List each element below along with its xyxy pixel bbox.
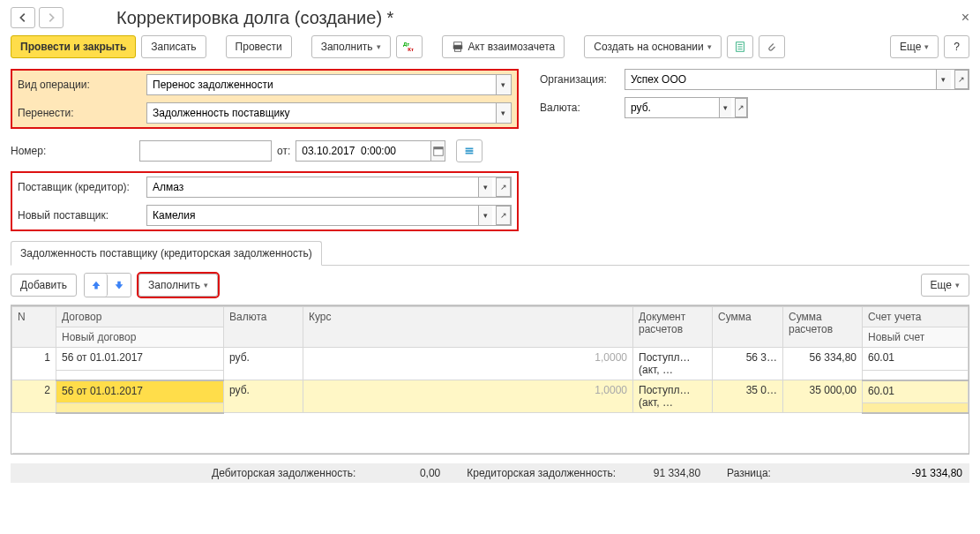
table-row[interactable]: 1 56 от 01.01.2017 руб. 1,0000 Поступл… … [12,348,969,371]
new-supplier-dropdown[interactable]: ▾ [478,206,492,225]
more-button[interactable]: Еще ▾ [890,35,939,58]
transfer-label: Перенести: [18,107,141,119]
credit-value: 91 334,80 [621,467,700,479]
move-up-button[interactable] [85,274,108,297]
diff-label: Разница: [727,467,771,479]
svg-rect-2 [453,42,461,46]
arrow-down-icon [113,279,125,291]
currency-open[interactable]: ↗ [735,98,747,117]
credit-label: Кредиторская задолженность: [467,467,616,479]
post-button[interactable]: Провести [226,35,292,58]
paperclip-icon [766,41,778,53]
svg-rect-10 [433,147,443,150]
currency-label: Валюта: [540,102,619,114]
col-contract[interactable]: Договор [56,307,224,327]
debit-value: 0,00 [361,467,440,479]
footer-summary: Дебиторская задолженность: 0,00 Кредитор… [11,463,969,483]
col-new-account[interactable]: Новый счет [863,327,969,348]
col-sum[interactable]: Сумма [713,307,783,348]
supplier-label: Поставщик (кредитор): [18,181,141,193]
new-supplier-label: Новый поставщик: [18,209,141,222]
table-row[interactable]: 2 56 от 01.01.2017 руб. 1,0000 Поступл… … [12,380,969,403]
op-type-label: Вид операции: [18,79,141,91]
more-button-label: Еще [900,41,921,53]
currency-dropdown[interactable]: ▾ [719,98,731,117]
currency-field[interactable] [625,98,719,117]
chevron-down-icon: ▾ [377,42,381,51]
supplier-field[interactable] [147,177,478,197]
fill-button[interactable]: Заполнить ▾ [311,35,391,58]
create-based-button[interactable]: Создать на основании ▾ [584,35,722,58]
diff-value: -91 334,80 [883,467,962,479]
col-rate[interactable]: Курс [303,307,633,348]
calendar-icon[interactable] [430,141,445,161]
fill-button-label: Заполнить [321,41,373,53]
number-label: Номер: [11,145,134,157]
col-currency[interactable]: Валюта [224,307,303,348]
new-supplier-field[interactable] [147,206,478,225]
op-type-field[interactable] [147,75,496,94]
from-label: от: [277,145,290,157]
org-field[interactable] [625,70,936,89]
help-button[interactable]: ? [944,35,969,58]
nav-forward-button[interactable] [39,7,64,28]
nav-back-button[interactable] [11,7,35,28]
act-button-label: Акт взаимозачета [468,41,556,53]
supplier-dropdown[interactable]: ▾ [478,177,492,197]
arrow-up-icon [90,279,102,291]
col-sum-settle[interactable]: Сумма расчетов [783,307,863,348]
attach-button[interactable] [759,35,785,58]
create-based-label: Создать на основании [594,41,704,53]
save-button[interactable]: Записать [141,35,206,58]
chevron-down-icon: ▾ [924,42,929,51]
grid-fill-label: Заполнить [148,279,200,291]
col-account[interactable]: Счет учета [863,307,969,327]
org-dropdown[interactable]: ▾ [936,70,950,89]
act-button[interactable]: Акт взаимозачета [442,35,565,58]
close-icon[interactable]: × [961,10,969,26]
grid-more-label: Еще [931,279,952,291]
debt-table: N Договор Валюта Курс Документ расчетов … [11,306,969,454]
number-field[interactable] [140,141,271,161]
submit-close-button[interactable]: Провести и закрыть [11,35,136,58]
col-new-contract[interactable]: Новый договор [56,327,224,348]
page-title: Корректировка долга (создание) * [116,8,393,28]
grid-fill-button[interactable]: Заполнить ▾ [138,274,218,297]
svg-rect-4 [454,49,460,52]
date-field[interactable] [296,141,430,161]
supplier-open[interactable]: ↗ [496,177,511,197]
org-label: Организация: [540,73,619,86]
dt-kt-button[interactable]: ДтКт [396,35,423,58]
chevron-down-icon: ▾ [204,281,208,290]
op-type-dropdown[interactable]: ▾ [496,75,511,94]
svg-text:Кт: Кт [408,46,414,52]
report-button[interactable] [727,35,753,58]
list-icon [463,145,475,157]
chevron-down-icon: ▾ [707,42,712,51]
chevron-down-icon: ▾ [955,281,960,290]
transfer-dropdown[interactable]: ▾ [496,103,511,123]
svg-rect-3 [453,45,462,49]
new-supplier-open[interactable]: ↗ [496,206,511,225]
printer-icon [452,41,464,53]
add-row-button[interactable]: Добавить [11,274,77,297]
move-down-button[interactable] [108,274,131,297]
debit-label: Дебиторская задолженность: [212,467,355,479]
tab-debt[interactable]: Задолженность поставщику (кредиторская з… [11,241,322,266]
org-open[interactable]: ↗ [954,70,969,89]
list-button[interactable] [456,139,483,162]
transfer-field[interactable] [147,103,496,123]
col-doc[interactable]: Документ расчетов [633,307,713,348]
col-n[interactable]: N [12,307,56,348]
grid-more-button[interactable]: Еще ▾ [921,274,969,297]
